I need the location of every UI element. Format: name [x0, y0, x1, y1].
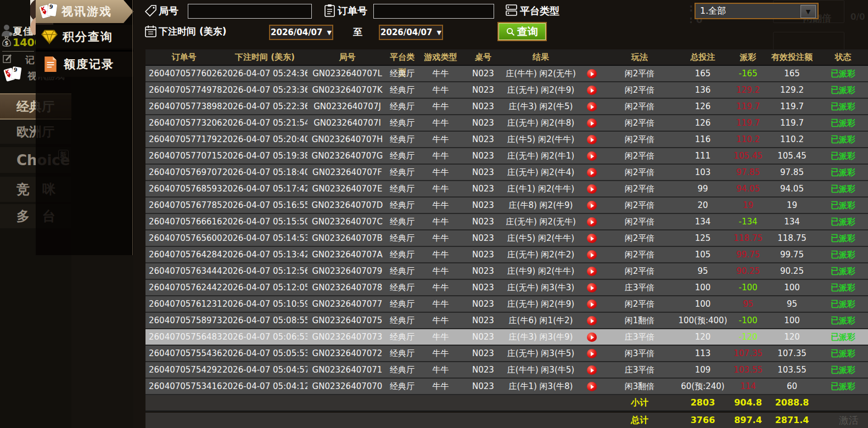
cell-valid-bet: 120: [766, 329, 818, 345]
table-row[interactable]: 2604070575341672026-04-07 05:04:12GN0232…: [145, 379, 868, 395]
table-row[interactable]: 2604070576859322026-04-07 05:17:42GN0232…: [145, 181, 868, 198]
cell-game-type: 牛牛: [417, 329, 464, 345]
replay-play-button[interactable]: [587, 267, 597, 276]
replay-play-button[interactable]: [587, 69, 597, 78]
cell-payout: 107.35: [730, 346, 766, 361]
replay-play-button[interactable]: [587, 349, 597, 358]
cell-bet-time: 2026-04-07 05:18:40: [222, 165, 307, 180]
cell-replay: [579, 263, 604, 279]
replay-play-button[interactable]: [587, 135, 597, 144]
table-row[interactable]: 2604070576123162026-04-07 05:10:59GN0232…: [145, 296, 868, 313]
cell-table-no: N023: [464, 181, 502, 196]
replay-play-button[interactable]: [587, 382, 597, 391]
date-from-select[interactable]: 2026/04/07 ▼: [269, 25, 333, 40]
diamond-icon: [41, 29, 58, 45]
cell-game-type: 牛牛: [417, 214, 464, 229]
platform-type-select[interactable]: 1.全部 ▼: [695, 3, 819, 19]
cell-platform-type: 经典厅: [387, 379, 417, 394]
cell-result: 庄(牛5) 闲2(牛牛): [502, 230, 579, 246]
total-row: 总计 3766 897.4 2871.4: [145, 413, 868, 428]
table-row[interactable]: 2604070577071582026-04-07 05:19:38GN0232…: [145, 148, 868, 165]
table-row[interactable]: 2604070577179222026-04-07 05:20:40GN0232…: [145, 132, 868, 148]
game-no-input[interactable]: [188, 4, 312, 19]
date-to-select[interactable]: 2026/04/07 ▼: [379, 25, 443, 40]
cell-platform-type: 经典厅: [387, 115, 417, 131]
table-row[interactable]: 2604070576344462026-04-07 05:12:56GN0232…: [145, 263, 868, 280]
cell-payout: 110.2: [730, 132, 766, 147]
cell-game-no: GN0232640707A: [307, 247, 387, 262]
table-row[interactable]: 2604070577320642026-04-07 05:21:54GN0232…: [145, 115, 868, 132]
cell-platform-type: 经典厅: [387, 280, 417, 295]
replay-play-button[interactable]: [587, 217, 597, 227]
cell-platform-type: 经典厅: [387, 181, 417, 196]
cell-payout: 94.05: [730, 181, 766, 196]
cell-total-bet: 60(预:240): [675, 379, 730, 394]
replay-play-button[interactable]: [587, 184, 597, 194]
cell-table-no: N023: [464, 66, 502, 81]
chevron-down-icon[interactable]: ▼: [800, 5, 816, 18]
menu-item-video-games[interactable]: 视讯游戏: [36, 0, 133, 23]
cell-bet-time: 2026-04-07 05:12:56: [222, 263, 307, 279]
cell-game-no: GN0232640707B: [307, 230, 387, 246]
cell-payout: -134: [730, 214, 766, 229]
table-row[interactable]: 2604070575897342026-04-07 05:08:55GN0232…: [145, 313, 868, 329]
menu-item-quota-records[interactable]: 额度记录: [36, 50, 133, 77]
edit-icon[interactable]: [3, 54, 12, 63]
cell-valid-bet: 94.05: [766, 181, 818, 196]
cell-game-no: GN02326407071: [307, 362, 387, 378]
cell-platform-type: 经典厅: [387, 313, 417, 328]
table-row[interactable]: 2604070575429252026-04-07 05:04:57GN0232…: [145, 362, 868, 379]
replay-play-button[interactable]: [587, 151, 597, 161]
order-no-input[interactable]: [373, 4, 494, 19]
replay-play-button[interactable]: [587, 102, 597, 111]
replay-play-button[interactable]: [587, 333, 597, 342]
table-row[interactable]: 2604070576970712026-04-07 05:18:40GN0232…: [145, 165, 868, 181]
replay-play-button[interactable]: [587, 119, 597, 128]
cell-result: 庄(牛牛) 闲3(牛5): [502, 362, 579, 378]
replay-play-button[interactable]: [587, 201, 597, 210]
cell-game-type: 牛牛: [417, 230, 464, 246]
cell-table-no: N023: [464, 346, 502, 361]
table-row[interactable]: 2604070577389862026-04-07 05:22:36GN0232…: [145, 99, 868, 115]
table-row[interactable]: 2604070577602612026-04-07 05:24:36GN0232…: [145, 66, 868, 82]
table-row[interactable]: 2604070576428482026-04-07 05:13:42GN0232…: [145, 247, 868, 263]
money-bag-icon: $: [2, 36, 12, 48]
replay-play-button[interactable]: [587, 365, 597, 375]
table-row[interactable]: 2604070576778562026-04-07 05:16:55GN0232…: [145, 198, 868, 214]
cell-replay: [579, 313, 604, 328]
replay-play-button[interactable]: [587, 250, 597, 260]
cell-bet-time: 2026-04-07 05:04:57: [222, 362, 307, 378]
cell-result: 庄(无牛) 闲3(牛5): [502, 346, 579, 361]
table-row[interactable]: 2604070575648332026-04-07 05:06:53GN0232…: [145, 329, 868, 346]
replay-play-button[interactable]: [587, 300, 597, 309]
table-row[interactable]: 2604070576244242026-04-07 05:12:05GN0232…: [145, 280, 868, 296]
cell-order-no: 260407057685932: [145, 181, 222, 196]
table-row[interactable]: 2604070575543622026-04-07 05:05:53GN0232…: [145, 346, 868, 362]
cell-status: 已派彩: [818, 132, 868, 147]
cell-order-no: 260407057564833: [145, 329, 222, 345]
cell-play-method: 闲1翻倍: [604, 313, 675, 328]
cell-status: 已派彩: [818, 66, 868, 81]
cell-total-bet: 113: [675, 346, 730, 361]
cell-table-no: N023: [464, 148, 502, 164]
replay-play-button[interactable]: [587, 86, 597, 95]
betting-records-app: ✱ 夏佳红 $ 1400 记 视讯游戏 经典厅 欧洲厅: [0, 0, 868, 428]
cell-game-type: 牛牛: [417, 280, 464, 295]
search-button[interactable]: 查询: [499, 23, 546, 40]
cell-game-type: 牛牛: [417, 362, 464, 378]
svg-text:✱: ✱: [9, 31, 13, 36]
menu-item-points-query[interactable]: 积分查询: [36, 25, 133, 48]
cell-status: 已派彩: [818, 280, 868, 295]
replay-play-button[interactable]: [587, 234, 597, 243]
replay-play-button[interactable]: [587, 283, 597, 292]
cell-game-type: 牛牛: [417, 346, 464, 361]
watermark-text: 激活: [839, 414, 859, 427]
replay-play-button[interactable]: [587, 316, 597, 325]
table-row[interactable]: 2604070576560022026-04-07 05:14:53GN0232…: [145, 230, 868, 247]
replay-play-button[interactable]: [587, 168, 597, 177]
calendar-icon: [144, 25, 157, 38]
cell-replay: [579, 132, 604, 147]
cell-result: 庄(牛1) 闲2(牛牛): [502, 181, 579, 196]
table-row[interactable]: 2604070577497862026-04-07 05:23:36GN0232…: [145, 82, 868, 99]
table-row[interactable]: 2604070576661692026-04-07 05:15:50GN0232…: [145, 214, 868, 230]
